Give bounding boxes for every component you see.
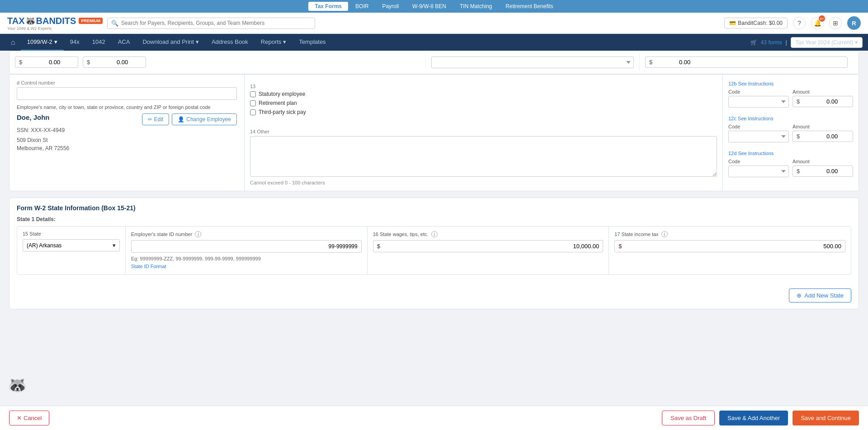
top-nav-tax-forms[interactable]: Tax Forms <box>308 2 348 11</box>
dollar-sign-3: $ <box>649 59 652 66</box>
grid-button[interactable]: ⊞ <box>829 17 842 29</box>
middle-dropdown[interactable] <box>431 57 634 68</box>
checkbox-statutory-input[interactable] <box>250 91 256 97</box>
nav-94x[interactable]: 94x <box>64 34 86 51</box>
edit-icon: ✏ <box>148 116 152 123</box>
box15-label: 15 State <box>23 231 120 236</box>
amount-label-12d: Amount <box>793 159 853 164</box>
nav-download-print[interactable]: Download and Print ▾ <box>136 34 205 51</box>
checkbox-third-party-input[interactable] <box>250 109 256 115</box>
box17-amount-wrap[interactable]: $ <box>614 240 845 252</box>
box12b-amount-input[interactable]: $ <box>793 96 853 107</box>
notification-badge: 9+ <box>819 15 825 22</box>
top-nav-boir[interactable]: BOIR <box>349 2 375 11</box>
change-employee-button[interactable]: 👤 Change Employee <box>172 113 237 125</box>
box-12b: 12b See Instructions Code Amount $ <box>728 78 853 113</box>
state1-label: State 1 Details: <box>17 216 851 222</box>
state-col-15: 15 State (AR) Arkansas ▾ <box>17 227 126 274</box>
box-12c: 12c See Instructions Code Amount $ <box>728 113 853 148</box>
bandit-cash[interactable]: 💳 BanditCash: $0.00 <box>724 18 788 28</box>
header: TAX🦝BANDITS PREMIUM Your 1099 & W2 Exper… <box>0 13 868 34</box>
home-button[interactable]: ⌂ <box>5 35 21 50</box>
state-select[interactable]: (AR) Arkansas <box>27 242 111 249</box>
state-col-16: 16 State wages, tips, etc. i $ <box>368 227 609 274</box>
box12b-code-select[interactable] <box>728 96 789 108</box>
box14-textarea[interactable] <box>250 136 717 177</box>
box17-info-icon[interactable]: i <box>661 231 668 237</box>
box12c-amount-input[interactable]: $ <box>793 131 853 142</box>
checkbox-retirement-input[interactable] <box>250 100 256 106</box>
employer-state-id-input[interactable] <box>131 240 362 253</box>
box16-info-icon[interactable]: i <box>431 231 438 237</box>
nav-1099-w2[interactable]: 1099/W-2 ▾ <box>21 34 64 51</box>
checkbox-statutory-label: Statutory employee <box>259 91 305 97</box>
top-nav-retirement[interactable]: Retirement Benefits <box>499 2 559 11</box>
box12d-code-select[interactable] <box>728 165 789 177</box>
top-nav-tin[interactable]: TIN Matching <box>453 2 498 11</box>
box12c-code-select[interactable] <box>728 131 789 142</box>
box12c-row: Code Amount $ <box>728 124 853 142</box>
employer-state-id-label: Employer's state ID number i <box>131 231 362 237</box>
box12b-title[interactable]: 12b See Instructions <box>728 81 853 86</box>
box12c-amount-field[interactable] <box>802 133 838 140</box>
tax-year-button[interactable]: Tax Year 2024 (Current) ▾ <box>791 37 863 48</box>
top-nav-w9[interactable]: W-9/W-8 BEN <box>406 2 453 11</box>
plus-icon: ⊕ <box>797 292 802 299</box>
search-input[interactable] <box>121 20 311 26</box>
state-select-wrap[interactable]: (AR) Arkansas ▾ <box>23 239 120 251</box>
box12d-amount-input[interactable]: $ <box>793 165 853 177</box>
notification-button[interactable]: 🔔 9+ <box>811 17 824 29</box>
logo-text: TAX🦝BANDITS <box>7 15 76 26</box>
nav-aca[interactable]: ACA <box>112 34 137 51</box>
code-label-12d: Code <box>728 159 789 164</box>
box14-label: 14 Other <box>250 129 717 134</box>
cart-link[interactable]: 43 forms <box>761 39 782 46</box>
user-avatar[interactable]: R <box>847 16 861 30</box>
employee-name-row: Doe, John ✏ Edit 👤 Change Employee <box>17 113 237 125</box>
state-id-hint: Eg: 99999999-ZZZ, 99-9999999, 999-99-999… <box>131 255 362 270</box>
box12d-amount-field[interactable] <box>802 168 838 175</box>
main-content: $ $ $ <box>0 51 868 352</box>
right-amount[interactable]: $ <box>645 57 848 68</box>
search-icon: 🔍 <box>111 20 118 27</box>
logo-tagline: Your 1099 & W2 Experts <box>7 26 103 31</box>
box-14: 14 Other Cannot exceed 0 - 100 character… <box>250 129 717 185</box>
amount-input-left[interactable] <box>24 59 60 66</box>
center-pane: 13 Statutory employee Retirement plan Th… <box>245 75 723 191</box>
top-nav-payroll[interactable]: Payroll <box>376 2 405 11</box>
checkbox-statutory: Statutory employee <box>250 91 717 97</box>
employer-id-info-icon[interactable]: i <box>195 231 201 237</box>
box12b-amount-field[interactable] <box>802 98 838 105</box>
amount-label-12b: Amount <box>793 89 853 95</box>
help-button[interactable]: ? <box>793 17 806 29</box>
state-id-format-link[interactable]: State ID Format <box>131 264 166 269</box>
checkbox-retirement: Retirement plan <box>250 100 717 106</box>
nav-1042[interactable]: 1042 <box>86 34 112 51</box>
state-section: Form W-2 State Information (Box 15-21) S… <box>9 198 859 309</box>
box12b-row: Code Amount $ <box>728 89 853 108</box>
state-col-17: 17 State income tax i $ <box>609 227 851 274</box>
box12c-title[interactable]: 12c See Instructions <box>728 116 853 121</box>
dollar-sign-2: $ <box>87 59 90 66</box>
wallet-icon: 💳 <box>729 20 736 26</box>
edit-button[interactable]: ✏ Edit <box>142 113 170 125</box>
box12c-code-wrap: Code <box>728 124 789 142</box>
box17-input[interactable] <box>624 243 841 250</box>
box16-input[interactable] <box>382 243 599 250</box>
amount-box-left[interactable]: $ <box>15 57 78 68</box>
amount-label-12c: Amount <box>793 124 853 129</box>
nav-reports[interactable]: Reports ▾ <box>255 34 293 51</box>
search-bar[interactable]: 🔍 <box>107 18 315 29</box>
cart-icon: 🛒 <box>750 39 757 46</box>
nav-address-book[interactable]: Address Book <box>205 34 255 51</box>
nav-templates[interactable]: Templates <box>292 34 332 51</box>
right-amount-input[interactable] <box>654 59 690 66</box>
amount-input-right[interactable] <box>92 59 128 66</box>
dollar-12c: $ <box>797 133 800 140</box>
box16-amount-wrap[interactable]: $ <box>373 240 604 252</box>
amount-box-right[interactable]: $ <box>83 57 146 68</box>
control-number-input[interactable] <box>17 87 237 100</box>
add-new-state-button[interactable]: ⊕ Add New State <box>789 288 851 302</box>
box12d-title[interactable]: 12d See Instructions <box>728 151 853 156</box>
control-num-label: d Control number <box>17 80 237 85</box>
